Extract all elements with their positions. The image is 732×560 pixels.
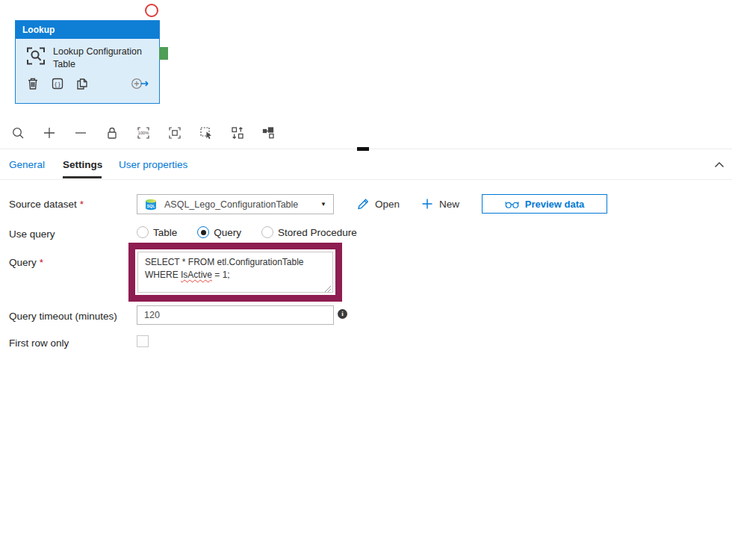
radio-option-query[interactable]: Query (197, 226, 241, 238)
annotation-highlight-box: SELECT * FROM etl.ConfigurationTable WHE… (128, 243, 342, 302)
spellcheck-squiggle: IsActive (181, 270, 212, 280)
activity-action-bar: { } (25, 76, 151, 93)
required-marker: * (40, 257, 43, 268)
chevron-down-icon: ▼ (320, 201, 326, 208)
radio-option-table[interactable]: Table (137, 226, 177, 238)
info-icon: i (338, 309, 347, 319)
activity-code-icon[interactable]: { } (50, 76, 65, 91)
adf-pipeline-editor: Lookup Lookup Configuration Table (0, 0, 732, 560)
auto-align-icon[interactable] (230, 125, 245, 140)
lookup-activity-card[interactable]: Lookup Lookup Configuration Table (15, 20, 160, 104)
query-label: Query* (9, 257, 43, 268)
use-query-label: Use query (9, 228, 55, 240)
svg-text:{ }: { } (55, 81, 61, 87)
lookup-icon (25, 46, 46, 66)
new-dataset-button[interactable]: New (421, 195, 459, 213)
minimap-icon[interactable] (261, 125, 276, 140)
tabbar-divider (0, 179, 732, 180)
canvas-toolbar: 100% (10, 125, 276, 140)
query-timeout-input[interactable] (137, 305, 334, 325)
radio-query-selected[interactable] (197, 226, 209, 238)
tab-user-properties[interactable]: User properties (119, 159, 187, 170)
delete-icon[interactable] (25, 76, 40, 91)
use-query-radio-group: Table Query Stored Procedure (137, 226, 357, 238)
query-line-1: SELECT * FROM etl.ConfigurationTable (145, 256, 326, 269)
tab-general[interactable]: General (9, 159, 45, 170)
horizontal-scrollbar-thumb[interactable] (357, 147, 369, 151)
source-dataset-dropdown[interactable]: SQL ASQL_Lego_ConfigurationTable ▼ (137, 194, 334, 214)
pencil-icon (356, 197, 370, 211)
activity-name: Lookup Configuration Table (53, 46, 158, 71)
radio-table[interactable] (137, 226, 149, 238)
zoom-out-icon[interactable] (73, 125, 88, 140)
svg-text:SQL: SQL (146, 204, 155, 208)
tab-settings[interactable]: Settings (63, 159, 102, 170)
preview-data-label: Preview data (525, 199, 585, 210)
lock-canvas-icon[interactable] (105, 125, 120, 140)
open-label: Open (375, 199, 400, 210)
first-row-only-checkbox[interactable] (137, 335, 149, 347)
textarea-resize-handle[interactable] (324, 284, 332, 291)
radio-option-stored-procedure[interactable]: Stored Procedure (261, 226, 357, 238)
source-dataset-value: ASQL_Lego_ConfigurationTable (164, 199, 320, 210)
source-dataset-label: Source dataset* (9, 199, 84, 210)
svg-text:100%: 100% (138, 131, 149, 135)
multi-select-icon[interactable] (199, 125, 214, 140)
zoom-to-fit-icon[interactable] (167, 125, 182, 140)
preview-data-button[interactable]: Preview data (482, 194, 607, 214)
activity-type-header: Lookup (16, 21, 159, 39)
activity-card-body: Lookup Configuration Table { } (16, 39, 159, 103)
annotation-circle (145, 4, 158, 17)
new-label: New (439, 199, 459, 210)
required-marker: * (80, 199, 84, 210)
active-tab-underline (63, 176, 102, 178)
query-line-2: WHERE IsActive = 1; (145, 269, 326, 281)
first-row-only-label: First row only (9, 337, 69, 349)
azure-sql-dataset-icon: SQL (144, 198, 158, 211)
zoom-in-icon[interactable] (42, 125, 57, 140)
search-icon[interactable] (10, 125, 25, 140)
plus-icon (421, 197, 434, 211)
glasses-icon (505, 199, 519, 209)
clone-icon[interactable] (75, 76, 90, 91)
chevron-up-icon[interactable] (713, 158, 726, 172)
query-textarea[interactable]: SELECT * FROM etl.ConfigurationTable WHE… (137, 252, 333, 293)
activity-output-port[interactable] (159, 47, 168, 60)
add-next-activity-icon[interactable] (130, 76, 151, 91)
query-timeout-label: Query timeout (minutes) (9, 311, 117, 322)
zoom-100-icon[interactable]: 100% (136, 125, 151, 140)
radio-stored-procedure[interactable] (261, 226, 273, 238)
open-dataset-button[interactable]: Open (356, 195, 400, 213)
